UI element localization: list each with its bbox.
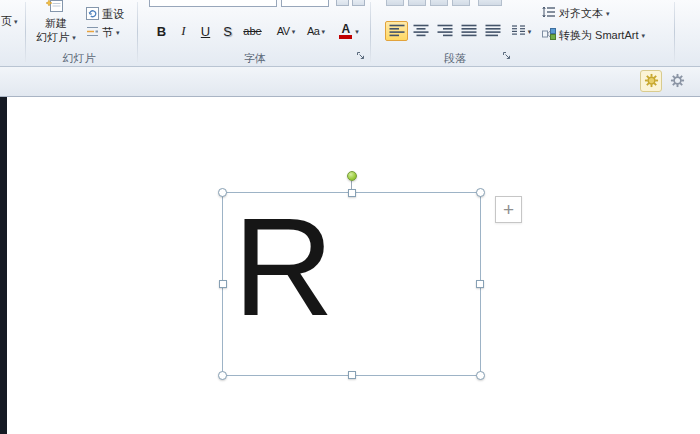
change-case-label: Aa xyxy=(307,25,319,37)
font-size-combo-partial[interactable] xyxy=(281,0,329,7)
dropdown-arrow-icon: ▾ xyxy=(116,29,120,36)
dropdown-arrow-icon: ▾ xyxy=(292,28,296,35)
dropdown-arrow-icon: ▾ xyxy=(355,28,359,35)
new-slide-label-line2: 幻灯片 xyxy=(36,30,69,44)
new-slide-label-line1: 新建 xyxy=(45,16,67,30)
font-color-button[interactable]: A ▾ xyxy=(336,21,362,41)
font-color-swatch xyxy=(339,35,352,39)
align-center-icon xyxy=(413,24,429,39)
font-color-icon: A xyxy=(339,24,352,39)
text-shadow-button[interactable]: S xyxy=(217,21,238,41)
align-text-label: 对齐文本 xyxy=(559,6,603,21)
dropdown-arrow-icon: ▾ xyxy=(528,28,532,35)
align-left-button[interactable] xyxy=(385,21,408,41)
align-right-button[interactable] xyxy=(433,21,456,41)
paragraph-group-label: 段落 xyxy=(400,51,510,66)
shrink-font-button-partial[interactable] xyxy=(352,0,365,6)
group-divider xyxy=(137,2,138,62)
dropdown-arrow-icon: ▾ xyxy=(641,32,645,39)
resize-handle-top-left[interactable] xyxy=(218,188,227,197)
sparkle-gear-icon xyxy=(644,73,659,90)
bullets-button-partial[interactable] xyxy=(386,0,404,6)
reset-icon xyxy=(86,7,99,22)
grow-font-button-partial[interactable] xyxy=(336,0,349,6)
group-divider xyxy=(370,2,371,62)
rotation-handle[interactable] xyxy=(347,171,357,181)
resize-handle-right-middle[interactable] xyxy=(476,280,484,288)
align-center-button[interactable] xyxy=(409,21,432,41)
dropdown-arrow-icon: ▾ xyxy=(72,34,76,41)
convert-to-smartart-button[interactable]: 转换为 SmartArt ▾ xyxy=(542,27,645,43)
bold-button[interactable]: B xyxy=(151,21,172,41)
slides-group-label: 幻灯片 xyxy=(26,51,132,66)
decrease-indent-button-partial[interactable] xyxy=(430,0,448,6)
resize-handle-bottom-right[interactable] xyxy=(476,371,485,380)
character-spacing-label: AV xyxy=(277,25,290,37)
font-group-label: 字体 xyxy=(200,51,310,66)
convert-to-smartart-label: 转换为 SmartArt xyxy=(559,28,638,43)
align-text-icon xyxy=(542,6,556,20)
powerpoint-window: 页 ▾ 新建 幻灯片 ▾ xyxy=(0,0,700,434)
numbering-button-partial[interactable] xyxy=(408,0,426,6)
reset-button[interactable]: 重设 xyxy=(86,7,124,22)
left-panel-edge xyxy=(0,97,7,434)
resize-handle-bottom-left[interactable] xyxy=(218,371,227,380)
dropdown-arrow-icon: ▾ xyxy=(14,18,18,25)
align-right-icon xyxy=(437,24,453,39)
font-name-combo-partial[interactable] xyxy=(149,0,277,7)
distribute-icon xyxy=(485,24,501,39)
italic-button[interactable]: I xyxy=(173,21,194,41)
ribbon-home-tab: 页 ▾ 新建 幻灯片 ▾ xyxy=(0,0,700,67)
resize-handle-top-middle[interactable] xyxy=(348,189,356,197)
columns-button[interactable]: ▾ xyxy=(507,21,535,41)
increase-indent-button-partial[interactable] xyxy=(452,0,470,6)
strikethrough-button[interactable]: abe xyxy=(239,21,266,41)
character-spacing-button[interactable]: AV ▾ xyxy=(272,21,300,41)
align-left-icon xyxy=(389,24,405,39)
gear-icon xyxy=(670,73,685,90)
addin-sparkle-button[interactable] xyxy=(640,70,662,92)
dropdown-arrow-icon: ▾ xyxy=(606,10,610,17)
section-label: 节 xyxy=(102,25,113,40)
paragraph-dialog-launcher[interactable] xyxy=(501,50,513,62)
new-slide-icon xyxy=(46,0,66,16)
section-button[interactable]: 节 ▾ xyxy=(86,25,120,40)
dropdown-arrow-icon: ▾ xyxy=(321,28,325,35)
font-color-letter: A xyxy=(341,24,350,35)
align-text-button[interactable]: 对齐文本 ▾ xyxy=(542,5,610,21)
font-dialog-launcher[interactable] xyxy=(355,50,367,62)
underline-button[interactable]: U xyxy=(195,21,216,41)
cutoff-left-label: 页 xyxy=(1,14,12,29)
new-slide-button[interactable]: 新建 幻灯片 ▾ xyxy=(28,0,84,46)
reset-label: 重设 xyxy=(102,7,124,22)
cutoff-left-button[interactable]: 页 ▾ xyxy=(1,14,18,29)
resize-handle-bottom-middle[interactable] xyxy=(348,371,356,379)
justify-button[interactable] xyxy=(457,21,480,41)
resize-handle-left-middle[interactable] xyxy=(219,280,227,288)
section-icon xyxy=(86,25,99,40)
resize-handle-top-right[interactable] xyxy=(476,188,485,197)
line-spacing-button-partial[interactable] xyxy=(478,0,502,6)
group-divider xyxy=(674,2,675,62)
change-case-button[interactable]: Aa ▾ xyxy=(302,21,330,41)
distribute-button[interactable] xyxy=(481,21,504,41)
settings-button[interactable] xyxy=(666,70,688,92)
columns-icon xyxy=(511,24,526,39)
justify-icon xyxy=(461,24,477,39)
plus-button[interactable]: + xyxy=(495,196,522,223)
secondary-toolbar xyxy=(0,67,700,97)
smartart-icon xyxy=(542,28,556,42)
selected-textbox[interactable]: R xyxy=(222,192,481,376)
textbox-text: R xyxy=(233,197,334,337)
